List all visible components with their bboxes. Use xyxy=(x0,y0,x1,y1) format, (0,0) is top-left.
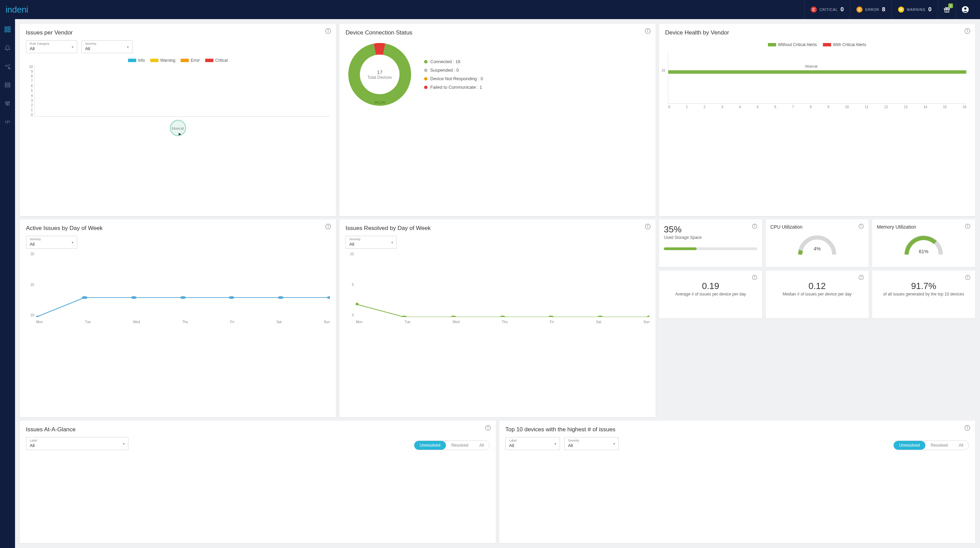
severity-dropdown[interactable]: Severity All ▾ xyxy=(345,236,397,249)
rule-category-dropdown[interactable]: Rule Category All ▾ xyxy=(26,40,77,53)
gauge-value: 61% xyxy=(919,249,928,254)
chevron-down-icon: ▾ xyxy=(72,45,73,49)
severity-dropdown[interactable]: Severity All ▾ xyxy=(564,437,619,450)
card-title: Issues Resolved by Day of Week xyxy=(345,225,649,232)
filter-pills: Unresolved Resolved All xyxy=(414,440,490,450)
info-icon[interactable] xyxy=(752,224,757,230)
info-icon[interactable] xyxy=(964,28,970,35)
pill-resolved[interactable]: Resolved xyxy=(925,441,953,450)
svg-point-49 xyxy=(597,316,603,317)
chart-legend: Info Warning Error Critical xyxy=(26,58,330,63)
metric-value: 91.7% xyxy=(877,281,970,291)
dropdown-label: Rule Category xyxy=(30,42,73,45)
svg-point-14 xyxy=(5,102,6,103)
svg-line-10 xyxy=(10,68,10,69)
info-icon[interactable] xyxy=(965,224,970,230)
info-icon[interactable] xyxy=(858,275,864,281)
metric-label: Average # of issues per device per day xyxy=(664,291,757,297)
sidebar-dashboard-icon[interactable] xyxy=(4,26,11,34)
svg-point-44 xyxy=(356,303,359,305)
card-storage: 35% Used Storage Space xyxy=(659,219,762,267)
bar-label: bluecat xyxy=(805,64,818,68)
status-warning[interactable]: W WARNING 0 xyxy=(892,0,938,19)
svg-point-45 xyxy=(401,316,407,317)
svg-point-38 xyxy=(228,296,234,299)
sidebar-devices-icon[interactable] xyxy=(5,82,11,89)
svg-point-33 xyxy=(328,225,328,226)
card-issues-per-vendor: Issues per Vendor Rule Category All ▾ Se… xyxy=(20,24,336,216)
warning-icon: W xyxy=(898,6,904,13)
gift-icon[interactable]: 5 xyxy=(938,0,956,19)
info-icon[interactable] xyxy=(752,275,757,281)
card-title: Top 10 devices with the highest # of iss… xyxy=(505,426,969,433)
dropdown-value: All xyxy=(85,46,90,51)
status-critical[interactable]: C CRITICAL 0 xyxy=(804,0,850,19)
info-icon[interactable] xyxy=(858,224,864,230)
sidebar-analytics-icon[interactable] xyxy=(5,64,11,71)
card-median-issues: 0.12 Median # of issues per device per d… xyxy=(765,271,869,318)
sidebar-settings-icon[interactable] xyxy=(5,100,11,108)
card-active-issues: Active Issues by Day of Week Severity Al… xyxy=(20,219,336,417)
sidebar xyxy=(0,19,15,548)
severity-dropdown[interactable]: Severity All ▾ xyxy=(26,236,77,249)
label-dropdown[interactable]: Label All ▾ xyxy=(26,437,128,450)
pill-unresolved[interactable]: Unresolved xyxy=(414,441,446,450)
svg-point-35 xyxy=(82,296,88,299)
legend-critical: Critical xyxy=(215,58,228,63)
svg-point-74 xyxy=(967,426,968,427)
dropdown-label: Label xyxy=(30,439,125,442)
donut-total-label: Total Devices xyxy=(368,75,392,80)
svg-point-65 xyxy=(861,276,861,276)
info-icon[interactable] xyxy=(325,224,331,231)
info-icon[interactable] xyxy=(645,28,651,35)
pill-resolved[interactable]: Resolved xyxy=(446,441,474,450)
svg-point-30 xyxy=(967,30,968,30)
chevron-down-icon: ▾ xyxy=(555,442,556,445)
card-title: Active Issues by Day of Week xyxy=(26,225,330,232)
info-icon[interactable] xyxy=(965,275,970,281)
dropdown-value: All xyxy=(30,443,35,448)
svg-point-16 xyxy=(7,104,8,105)
severity-dropdown[interactable]: Severity All ▾ xyxy=(81,40,132,53)
svg-rect-12 xyxy=(5,86,10,87)
svg-point-46 xyxy=(450,316,456,317)
svg-rect-5 xyxy=(5,27,7,29)
svg-point-37 xyxy=(180,296,186,299)
card-memory: Memory Utilization 61% xyxy=(872,219,975,267)
sidebar-alerts-icon[interactable] xyxy=(5,45,11,52)
dropdown-value: All xyxy=(509,443,514,448)
legend-failed: Failed to Communicate : 1 xyxy=(430,85,482,90)
label-dropdown[interactable]: Label All ▾ xyxy=(505,437,560,450)
svg-point-47 xyxy=(500,316,505,317)
svg-point-71 xyxy=(488,426,488,427)
card-top10-devices: Top 10 devices with the highest # of iss… xyxy=(499,421,975,543)
donut-chart: 17 Total Devices 5.9% 94.1% xyxy=(345,40,414,108)
logo[interactable]: indeni xyxy=(5,5,28,15)
status-error[interactable]: E ERROR 8 xyxy=(850,0,892,19)
card-title: Memory Utilization xyxy=(877,224,970,230)
metric-value: 0.19 xyxy=(664,281,757,291)
svg-point-22 xyxy=(328,30,328,30)
donut-legend: Connected : 16 Suspended : 0 Device Not … xyxy=(424,59,483,90)
card-issues-glance: Issues At-A-Glance Label All ▾ Unresolve… xyxy=(20,421,496,543)
info-icon[interactable] xyxy=(485,425,491,432)
info-icon[interactable] xyxy=(325,28,331,35)
donut-total: 17 xyxy=(377,69,383,75)
pill-unresolved[interactable]: Unresolved xyxy=(894,441,925,450)
legend-suspended: Suspended : 0 xyxy=(430,68,459,73)
pill-all[interactable]: All xyxy=(474,441,489,450)
warning-label: WARNING xyxy=(907,8,926,12)
account-icon[interactable] xyxy=(956,0,975,19)
pill-all[interactable]: All xyxy=(953,441,969,450)
line-chart: 201510 MonTueWedThuFriSatSun xyxy=(26,252,330,324)
svg-point-53 xyxy=(754,225,755,225)
cursor-icon: ➤ xyxy=(178,132,181,137)
svg-point-36 xyxy=(131,296,137,299)
info-icon[interactable] xyxy=(645,224,651,231)
info-icon[interactable] xyxy=(964,425,970,432)
metric-label: Median # of issues per device per day xyxy=(770,291,864,297)
topbar: indeni C CRITICAL 0 E ERROR 8 W WARNING … xyxy=(0,0,980,19)
sidebar-code-icon[interactable] xyxy=(5,119,11,126)
svg-rect-6 xyxy=(8,27,10,29)
critical-label: CRITICAL xyxy=(819,8,838,12)
